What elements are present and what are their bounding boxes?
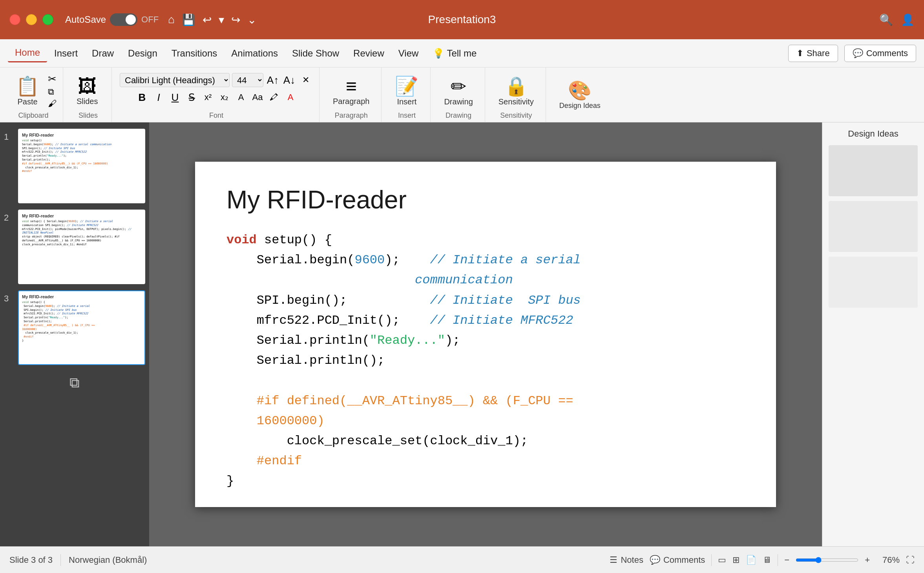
status-comments-button[interactable]: 💬 Comments xyxy=(650,555,705,565)
italic-button[interactable]: I xyxy=(152,90,166,104)
slide-info: Slide 3 of 3 xyxy=(9,555,53,565)
slide-preview-2[interactable]: My RFID-reader void setup() { Serial.beg… xyxy=(18,210,145,284)
paragraph-top: ≡ Paragraph xyxy=(327,70,375,111)
toggle-state-label: OFF xyxy=(141,15,159,25)
menu-animations[interactable]: Animations xyxy=(224,45,285,62)
font-family-select[interactable]: Calibri Light (Headings) xyxy=(120,73,230,87)
slide-preview-1[interactable]: My RFID-reader void setup() Serial.begin… xyxy=(18,129,145,203)
sensitivity-button[interactable]: 🔒 Sensitivity xyxy=(493,73,539,109)
insert-group: 📝 Insert Insert xyxy=(383,68,431,122)
drawing-button[interactable]: ✏ Drawing xyxy=(438,73,478,109)
highlight-icon[interactable]: 🖍 xyxy=(267,90,281,104)
clear-format-icon[interactable]: ✕ xyxy=(299,73,313,87)
font-color-icon[interactable]: A xyxy=(283,90,298,104)
font-row-2: B I U S̶ x² x₂ A Aa 🖍 A xyxy=(135,90,298,104)
main-area: 1 My RFID-reader void setup() Serial.beg… xyxy=(0,122,924,546)
paragraph-button[interactable]: ≡ Paragraph xyxy=(327,73,375,108)
strikethrough-button[interactable]: S̶ xyxy=(184,90,199,104)
menu-insert[interactable]: Insert xyxy=(47,45,85,62)
undo-dropdown-icon[interactable]: ▾ xyxy=(219,13,224,26)
close-button[interactable] xyxy=(9,14,20,25)
copy-slides-icon[interactable]: ⧉ xyxy=(69,374,80,391)
window-title: Presentation3 xyxy=(428,13,496,26)
menu-transitions[interactable]: Transitions xyxy=(164,45,224,62)
slides-group: 🖼 Slides Slides xyxy=(65,68,112,122)
copy-icon[interactable]: ⧉ xyxy=(48,87,57,97)
menu-draw[interactable]: Draw xyxy=(85,45,121,62)
autosave-toggle[interactable] xyxy=(110,13,137,26)
notes-button[interactable]: ☰ Notes xyxy=(610,555,643,565)
slide-thumb-3[interactable]: 3 My RFID-reader void setup() { Serial.b… xyxy=(4,290,145,365)
slide-3-code: void setup() { Serial.begin(9600); // In… xyxy=(22,301,141,343)
reading-view-icon[interactable]: 📄 xyxy=(746,555,756,565)
menu-home[interactable]: Home xyxy=(8,44,47,62)
zoom-slider[interactable] xyxy=(796,557,858,563)
customize-icon[interactable]: ⌄ xyxy=(247,13,256,26)
slide-2-title: My RFID-reader xyxy=(22,214,141,218)
slides-panel[interactable]: 1 My RFID-reader void setup() Serial.beg… xyxy=(0,122,149,546)
status-bar: Slide 3 of 3 Norwegian (Bokmål) ☰ Notes … xyxy=(0,546,924,573)
home-icon[interactable]: ⌂ xyxy=(168,13,175,26)
drawing-label: Drawing xyxy=(444,97,473,106)
save-icon[interactable]: 💾 xyxy=(182,13,195,26)
lightbulb-icon: 💡 xyxy=(433,48,444,59)
zoom-out-icon[interactable]: − xyxy=(784,555,789,565)
maximize-button[interactable] xyxy=(42,14,53,25)
copy-icon-area: ⧉ xyxy=(4,371,145,394)
design-idea-2[interactable] xyxy=(829,201,918,252)
comments-label: Comments xyxy=(866,48,908,58)
menu-slideshow[interactable]: Slide Show xyxy=(285,45,346,62)
slides-icon: 🖼 xyxy=(78,75,97,97)
slide-sorter-icon[interactable]: ⊞ xyxy=(732,555,740,565)
text-shadow-icon[interactable]: A xyxy=(234,90,248,104)
fit-slide-icon[interactable]: ⛶ xyxy=(906,555,915,565)
slide-preview-3[interactable]: My RFID-reader void setup() { Serial.beg… xyxy=(18,290,145,365)
bold-button[interactable]: B xyxy=(135,90,149,104)
superscript-button[interactable]: x² xyxy=(201,90,215,104)
menu-view[interactable]: View xyxy=(391,45,426,62)
account-icon[interactable]: 👤 xyxy=(901,13,915,26)
design-idea-1[interactable] xyxy=(829,145,918,196)
design-ideas-button[interactable]: 🎨 Design Ideas xyxy=(554,77,606,112)
design-idea-3[interactable] xyxy=(829,257,918,308)
sensitivity-label: Sensitivity xyxy=(499,97,534,106)
undo-icon[interactable]: ↩ xyxy=(203,13,212,26)
font-size-select[interactable]: 44 xyxy=(232,73,263,87)
sensitivity-icon: 🔒 xyxy=(504,75,528,97)
slide-thumb-1[interactable]: 1 My RFID-reader void setup() Serial.beg… xyxy=(4,129,145,203)
paste-button[interactable]: 📋 Paste xyxy=(10,73,45,109)
slide-canvas[interactable]: My RFID-reader void setup() { Serial.beg… xyxy=(195,162,776,507)
slide-3-title: My RFID-reader xyxy=(22,294,141,299)
menu-tellme[interactable]: 💡 Tell me xyxy=(425,45,484,62)
format-painter-icon[interactable]: 🖌 xyxy=(48,99,57,109)
presenter-view-icon[interactable]: 🖥 xyxy=(763,555,771,565)
slide-2-code: void setup() { Serial.begin(9600); // In… xyxy=(22,220,141,247)
menu-review[interactable]: Review xyxy=(346,45,391,62)
redo-icon[interactable]: ↪ xyxy=(231,13,240,26)
underline-button[interactable]: U xyxy=(168,90,182,104)
text-case-icon[interactable]: Aa xyxy=(250,90,265,104)
drawing-icon: ✏ xyxy=(451,75,466,97)
autosave-label: AutoSave xyxy=(65,14,106,25)
insert-button[interactable]: 📝 Insert xyxy=(389,73,424,109)
menu-design[interactable]: Design xyxy=(121,45,164,62)
subscript-button[interactable]: x₂ xyxy=(217,90,232,104)
normal-view-icon[interactable]: ▭ xyxy=(718,555,726,565)
share-button[interactable]: ⬆ Share xyxy=(788,45,838,62)
cut-icon[interactable]: ✂ xyxy=(48,73,57,85)
comments-button[interactable]: 💬 Comments xyxy=(844,45,916,62)
notes-label: Notes xyxy=(621,555,643,565)
notes-icon: ☰ xyxy=(610,555,617,565)
font-shrink-icon[interactable]: A↓ xyxy=(282,73,296,87)
sensitivity-group-label: Sensitivity xyxy=(493,111,539,120)
toggle-knob xyxy=(126,15,136,25)
zoom-in-icon[interactable]: + xyxy=(865,555,870,565)
slide-thumb-2[interactable]: 2 My RFID-reader void setup() { Serial.b… xyxy=(4,210,145,284)
clipboard-group: 📋 Paste ✂ ⧉ 🖌 Clipboard xyxy=(4,68,63,122)
search-icon[interactable]: 🔍 xyxy=(879,13,893,26)
drawing-group-label: Drawing xyxy=(438,111,478,120)
font-grow-icon[interactable]: A↑ xyxy=(266,73,280,87)
slides-button[interactable]: 🖼 Slides xyxy=(71,73,103,108)
minimize-button[interactable] xyxy=(26,14,37,25)
sensitivity-group: 🔒 Sensitivity Sensitivity xyxy=(487,68,546,122)
